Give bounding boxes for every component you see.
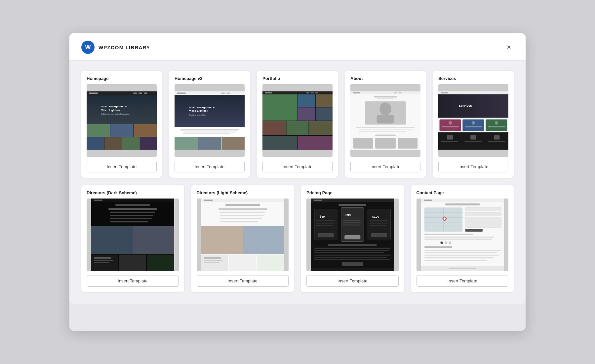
svg-rect-174 — [465, 207, 501, 211]
insert-template-portfolio[interactable]: Insert Template — [262, 161, 333, 172]
svg-rect-81 — [488, 127, 505, 127]
template-label-portfolio: Portfolio — [262, 76, 333, 81]
svg-rect-54 — [399, 92, 402, 93]
template-card-directors-light: Directors (Light Scheme) — [191, 185, 294, 292]
svg-rect-136 — [316, 222, 333, 222]
svg-rect-33 — [221, 137, 245, 150]
wpzoom-logo: W — [81, 41, 95, 54]
svg-rect-79 — [442, 127, 459, 127]
svg-rect-176 — [465, 217, 501, 228]
svg-rect-14 — [87, 137, 104, 150]
template-card-homepage-v2: Homepage v2 — [169, 71, 250, 178]
insert-template-homepage[interactable]: Insert Template — [87, 161, 157, 172]
svg-rect-157 — [314, 259, 390, 260]
svg-rect-179 — [424, 237, 494, 237]
svg-rect-75 — [486, 119, 507, 131]
svg-rect-36 — [265, 92, 272, 93]
svg-rect-2 — [89, 92, 98, 94]
modal-header: W WPZOOM LIBRARY × — [69, 33, 526, 61]
svg-rect-146 — [370, 223, 387, 224]
svg-rect-62 — [359, 131, 406, 132]
svg-rect-120 — [229, 255, 256, 271]
svg-rect-94 — [110, 212, 155, 213]
svg-rect-143 — [343, 226, 360, 226]
close-button[interactable]: × — [504, 42, 514, 52]
svg-rect-117 — [201, 226, 243, 254]
template-card-portfolio: Portfolio — [257, 71, 338, 178]
svg-rect-60 — [356, 127, 415, 128]
svg-point-78 — [495, 121, 498, 125]
svg-rect-187 — [424, 255, 499, 256]
svg-rect-162 — [423, 200, 432, 201]
svg-rect-28 — [180, 129, 239, 131]
svg-rect-74 — [462, 119, 484, 131]
svg-rect-95 — [110, 215, 153, 216]
svg-text:Short description text here: Short description text here — [189, 114, 206, 116]
svg-point-58 — [379, 102, 391, 115]
svg-rect-103 — [147, 255, 174, 271]
svg-rect-55 — [374, 96, 397, 97]
svg-rect-91 — [94, 200, 102, 201]
svg-point-76 — [449, 121, 452, 125]
svg-rect-71 — [438, 94, 508, 118]
insert-template-directors-dark[interactable]: Insert Template — [87, 275, 179, 287]
modal-body: Homepage — [69, 61, 526, 304]
template-thumb-directors-dark — [87, 199, 179, 271]
svg-rect-4 — [139, 92, 142, 94]
templates-grid-row2: Directors (Dark Scheme) — [81, 185, 514, 292]
svg-rect-56 — [377, 98, 394, 99]
insert-template-services[interactable]: Insert Template — [438, 161, 508, 172]
svg-rect-175 — [465, 212, 501, 216]
svg-rect-87 — [465, 141, 482, 142]
svg-rect-186 — [424, 252, 497, 253]
svg-rect-123 — [204, 260, 223, 261]
svg-point-183 — [449, 241, 451, 244]
insert-template-directors-light[interactable]: Insert Template — [197, 275, 289, 287]
svg-rect-135 — [316, 220, 335, 221]
insert-template-contact[interactable]: Insert Template — [416, 275, 509, 287]
svg-rect-32 — [198, 137, 221, 150]
svg-rect-53 — [394, 92, 397, 93]
template-thumb-homepage-v2: Video Background & Video Lightbox Short … — [175, 84, 245, 157]
svg-rect-177 — [465, 229, 482, 232]
svg-rect-80 — [465, 127, 482, 127]
svg-rect-59 — [377, 115, 394, 124]
svg-rect-191 — [449, 268, 476, 269]
svg-rect-24 — [175, 95, 245, 127]
modal-title-area: W WPZOOM LIBRARY — [81, 41, 150, 54]
svg-rect-66 — [398, 138, 417, 149]
template-thumb-homepage: Video Background & Video Lightbox Subtit… — [87, 84, 157, 157]
svg-rect-147 — [370, 225, 386, 226]
template-label-services: Services — [438, 76, 508, 81]
svg-rect-45 — [262, 121, 286, 135]
svg-rect-142 — [343, 224, 359, 224]
svg-rect-158 — [342, 262, 363, 266]
svg-text:Video Background &: Video Background & — [189, 106, 215, 109]
svg-rect-13 — [134, 124, 157, 137]
svg-text:$49: $49 — [320, 215, 325, 218]
svg-rect-17 — [140, 137, 157, 150]
svg-rect-47 — [309, 121, 333, 135]
svg-rect-108 — [201, 199, 284, 202]
svg-rect-184 — [424, 246, 452, 248]
insert-template-pricing[interactable]: Insert Template — [306, 275, 399, 287]
svg-rect-37 — [306, 92, 309, 93]
insert-template-about[interactable]: Insert Template — [350, 161, 420, 172]
svg-rect-21 — [221, 92, 225, 94]
svg-rect-48 — [262, 136, 298, 150]
svg-rect-30 — [183, 133, 230, 134]
template-label-directors-dark: Directors (Dark Scheme) — [87, 190, 179, 195]
svg-rect-106 — [94, 262, 109, 263]
template-label-contact: Contact Page — [416, 190, 509, 195]
template-thumb-about — [350, 84, 420, 157]
svg-rect-185 — [424, 250, 500, 251]
svg-rect-121 — [257, 255, 284, 271]
svg-text:Video Background &: Video Background & — [101, 105, 127, 108]
insert-template-homepage-v2[interactable]: Insert Template — [175, 161, 245, 172]
svg-rect-124 — [204, 262, 219, 263]
template-thumb-pricing: $49 $99 $199 — [306, 199, 399, 271]
template-card-directors-dark: Directors (Dark Scheme) — [81, 185, 184, 292]
svg-rect-151 — [328, 244, 377, 246]
svg-rect-128 — [338, 204, 366, 206]
svg-rect-150 — [371, 233, 387, 237]
